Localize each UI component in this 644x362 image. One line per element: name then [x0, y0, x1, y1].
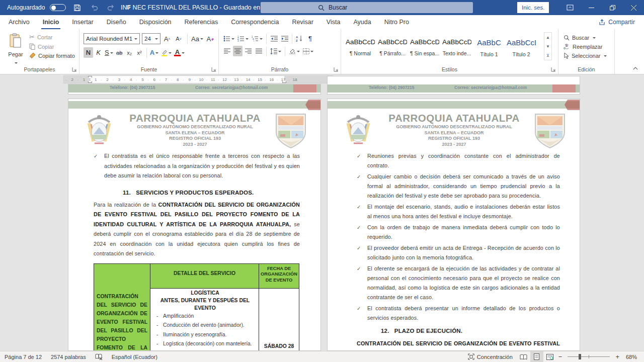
- styles-dialog-launcher[interactable]: [551, 67, 556, 72]
- web-layout-button[interactable]: [543, 351, 556, 362]
- bullet-list-button[interactable]: [222, 33, 235, 44]
- print-layout-icon: [534, 353, 539, 360]
- page-indicator[interactable]: Página 7 de 12: [0, 351, 46, 362]
- ribbon-tab[interactable]: Diseño: [100, 15, 133, 29]
- ribbon-tab[interactable]: Ayuda: [347, 15, 377, 29]
- ribbon-tab[interactable]: Nitro Pro: [378, 15, 416, 29]
- bold-button[interactable]: N: [84, 47, 93, 58]
- style-card[interactable]: AaBbCcDc ¶ Normal: [345, 34, 375, 62]
- increase-indent-button[interactable]: [280, 33, 289, 44]
- align-center-button[interactable]: [233, 46, 243, 56]
- shading-button[interactable]: [288, 46, 301, 56]
- replace-button[interactable]: bc Reemplazar: [564, 44, 614, 50]
- font-size-combobox[interactable]: 24: [142, 33, 160, 44]
- copy-button[interactable]: Copiar: [29, 43, 75, 50]
- style-card[interactable]: AaBbCcDt Texto inde...: [442, 34, 472, 62]
- zoom-slider-thumb[interactable]: [579, 354, 581, 359]
- ribbon-tab[interactable]: Vista: [320, 15, 347, 29]
- undo-button[interactable]: [88, 2, 100, 14]
- share-button[interactable]: Compartir: [599, 17, 635, 28]
- save-button[interactable]: [71, 2, 83, 14]
- word-count[interactable]: 2574 palabras: [46, 351, 91, 362]
- document-page-right[interactable]: PARROQUIA ATAHUALPA GOBIERNO AUTÓNOMO DE…: [327, 99, 580, 351]
- sort-button[interactable]: AZ: [295, 33, 304, 44]
- read-mode-button[interactable]: [517, 351, 530, 362]
- numbered-list-button[interactable]: 123: [236, 33, 250, 44]
- ribbon-tab[interactable]: Insertar: [65, 15, 100, 29]
- sign-in-button[interactable]: Inic. ses.: [517, 2, 549, 13]
- style-card[interactable]: AaBbCcDc ¶ Párrafo...: [377, 34, 408, 62]
- horizontal-ruler[interactable]: 21123456789101112131415161718: [63, 75, 333, 83]
- change-case-button[interactable]: Aa: [191, 34, 203, 44]
- zoom-slider[interactable]: [568, 356, 610, 357]
- table-cell-detail: LOGÍSTICA ANTES, DURANTE Y DESPUÉS DEL E…: [150, 288, 259, 351]
- ribbon-tab[interactable]: Referencias: [178, 15, 225, 29]
- grow-font-button[interactable]: A˄: [163, 34, 172, 44]
- minimize-button[interactable]: [581, 0, 602, 15]
- svg-text:i: i: [254, 40, 254, 42]
- show-formatting-marks-button[interactable]: ¶: [305, 33, 315, 44]
- font-color-button[interactable]: A: [173, 47, 186, 58]
- align-left-button[interactable]: [222, 46, 232, 56]
- multilevel-list-button[interactable]: 1ai: [251, 33, 264, 44]
- select-button[interactable]: Seleccionar: [564, 53, 614, 59]
- dash-bullet-icon: -: [155, 321, 163, 330]
- decrease-indent-button[interactable]: [269, 33, 279, 44]
- print-layout-button[interactable]: [530, 351, 543, 362]
- paragraph-dialog-launcher[interactable]: [334, 67, 339, 72]
- styles-scroll-down-button[interactable]: ▼: [544, 42, 551, 51]
- close-button[interactable]: [623, 0, 644, 15]
- borders-button[interactable]: [302, 46, 314, 56]
- clipboard-dialog-launcher[interactable]: [72, 67, 77, 72]
- styles-scroll-up-button[interactable]: ▲: [544, 33, 551, 42]
- paste-button[interactable]: Pegar: [5, 33, 26, 62]
- shrink-font-button[interactable]: A˅: [174, 34, 184, 44]
- zoom-level[interactable]: 68%: [621, 351, 644, 362]
- ribbon-tab[interactable]: Disposición: [133, 15, 178, 29]
- style-card[interactable]: AaBbC Título 1: [474, 34, 504, 62]
- find-button[interactable]: Buscar: [564, 35, 614, 41]
- language-indicator[interactable]: Español (Ecuador): [107, 351, 162, 362]
- justify-button[interactable]: [254, 46, 264, 56]
- style-card[interactable]: AaBbCcD Título 2: [506, 34, 536, 62]
- bullet-list-icon: [223, 36, 230, 42]
- style-card[interactable]: AaBbCcDc ¶ Sin espa...: [410, 34, 440, 62]
- highlight-button[interactable]: [160, 47, 173, 58]
- line-spacing-button[interactable]: [269, 46, 282, 56]
- italic-button[interactable]: K: [94, 47, 103, 58]
- cut-button[interactable]: ✂ Cortar: [29, 33, 75, 41]
- zoom-out-button[interactable]: −: [556, 353, 565, 360]
- font-dialog-launcher[interactable]: [211, 67, 216, 72]
- multilevel-list-dropdown-icon: [260, 38, 263, 41]
- proofing-status[interactable]: [91, 351, 107, 362]
- superscript-button[interactable]: x²: [135, 47, 144, 58]
- styles-gallery-more-button[interactable]: ⊻: [544, 51, 551, 60]
- font-family-combobox[interactable]: Arial Rounded M1: [84, 33, 140, 44]
- autosave-toggle[interactable]: [50, 4, 66, 11]
- editing-group: Buscar bc Reemplazar Seleccionar Edición: [558, 29, 615, 74]
- document-page-left[interactable]: PARROQUIA ATAHUALPA GOBIERNO AUTÓNOMO DE…: [68, 99, 321, 351]
- org-line4: 2023 - 2027: [379, 142, 529, 148]
- ribbon-tab[interactable]: Archivo: [2, 15, 36, 29]
- text-effects-button[interactable]: A: [149, 47, 159, 58]
- focus-mode-button[interactable]: Concentración: [463, 351, 517, 362]
- collapse-ribbon-button[interactable]: [631, 65, 640, 72]
- restore-button[interactable]: [602, 0, 623, 15]
- ribbon-tab[interactable]: Correspondencia: [224, 15, 285, 29]
- zoom-in-button[interactable]: +: [613, 353, 621, 360]
- clear-formatting-button[interactable]: A: [205, 34, 215, 44]
- clipboard-group: Pegar ✂ Cortar Copiar Copiar formato Por…: [0, 29, 79, 74]
- underline-button[interactable]: S: [104, 47, 114, 58]
- subscript-button[interactable]: x₂: [125, 47, 134, 58]
- ribbon-display-options-button[interactable]: [559, 0, 581, 15]
- ribbon-tab[interactable]: Inicio: [36, 15, 66, 29]
- page-body[interactable]: ✓ El contratista es el único responsable…: [94, 151, 300, 351]
- search-box[interactable]: Buscar: [261, 2, 473, 13]
- detail-title-2: ANTES, DURANTE Y DESPUÉS DEL EVENTO: [155, 297, 255, 312]
- redo-button[interactable]: [105, 2, 117, 14]
- page-body[interactable]: ✓ Reuniones previas y coordinación const…: [357, 151, 560, 351]
- format-painter-button[interactable]: Copiar formato: [29, 52, 75, 59]
- align-right-button[interactable]: [244, 46, 253, 56]
- ribbon-tab[interactable]: Revisar: [285, 15, 319, 29]
- strikethrough-button[interactable]: ab: [115, 47, 124, 58]
